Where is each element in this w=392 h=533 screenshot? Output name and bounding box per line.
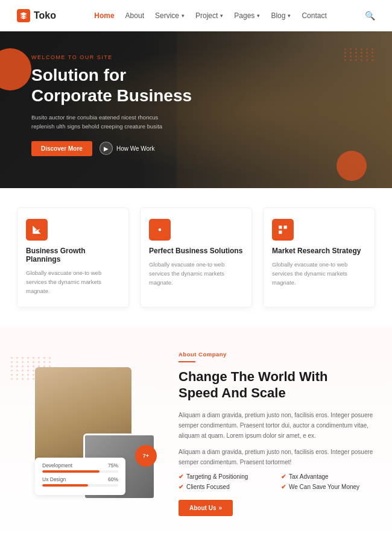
- svg-rect-1: [279, 226, 282, 229]
- market-research-icon: [272, 219, 294, 241]
- features-section: Business Growth Plannings Globally evacu…: [0, 188, 392, 327]
- nav-pages[interactable]: Pages: [234, 11, 260, 20]
- feature-card-2: Perfect Business Solutions Globally evac…: [140, 207, 252, 308]
- about-us-label: About Us: [189, 505, 216, 511]
- about-desc-1: Aliquam a diam gravida, pretium justo no…: [179, 410, 375, 441]
- about-section-tag: About Company: [179, 351, 375, 358]
- how-we-work-button[interactable]: ▶ How We Work: [100, 142, 155, 155]
- hero-section: Welcome To Our Site Solution for Corpora…: [0, 31, 392, 188]
- about-counter: 7+: [135, 445, 157, 467]
- progress-development: Development 75%: [42, 462, 118, 473]
- progress-ux-label: Ux Design 60%: [42, 476, 118, 482]
- check-icon-1: ✔: [179, 473, 183, 480]
- about-us-button[interactable]: About Us »: [179, 500, 233, 516]
- nav-links: Home About Service Project Pages Blog Co…: [94, 11, 327, 20]
- about-desc-2: Aliquam a diam gravida, pretium justo no…: [179, 447, 375, 467]
- about-feat-clients: ✔ Clients Focused: [179, 484, 273, 490]
- about-tag-line: [179, 361, 195, 362]
- about-feat-save: ✔ We Can Save Your Money: [281, 484, 375, 490]
- feature-card-1: Business Growth Plannings Globally evacu…: [17, 207, 129, 308]
- about-features-list: ✔ Targeting & Positioning ✔ Tax Advantag…: [179, 473, 375, 490]
- feat-label-tax: Tax Advantage: [289, 473, 329, 480]
- feature-title-2: Perfect Business Solutions: [149, 247, 243, 255]
- nav-home[interactable]: Home: [94, 11, 114, 20]
- feature-title-3: Market Research Strategy: [272, 247, 366, 255]
- progress-ux-fill: [42, 484, 88, 487]
- about-section: 7+ Development 75% Ux Design 60%: [0, 327, 392, 533]
- hero-description: Busito auctor tine conubia eatened nices…: [31, 113, 164, 131]
- about-us-arrow: »: [218, 505, 222, 511]
- nav-project[interactable]: Project: [195, 11, 223, 20]
- hero-buttons: Discover More ▶ How We Work: [31, 141, 368, 156]
- nav-contact[interactable]: Contact: [302, 11, 326, 20]
- how-we-work-label: How We Work: [116, 145, 155, 152]
- svg-rect-3: [279, 231, 282, 234]
- business-growth-icon: [26, 219, 48, 241]
- about-content: About Company Change The World With Spee…: [179, 351, 375, 516]
- progress-ux: Ux Design 60%: [42, 476, 118, 487]
- hero-tag: Welcome To Our Site: [31, 54, 368, 60]
- feature-title-1: Business Growth Plannings: [26, 247, 120, 263]
- feature-desc-1: Globally evacuate one-to web services th…: [26, 268, 120, 296]
- svg-point-0: [159, 229, 162, 232]
- hero-content: Welcome To Our Site Solution for Corpora…: [0, 31, 392, 156]
- about-progress-box: Development 75% Ux Design 60%: [35, 458, 125, 495]
- svg-rect-2: [284, 226, 287, 229]
- brand-logo[interactable]: Toko: [17, 9, 56, 22]
- logo-icon: [17, 9, 30, 22]
- progress-development-fill: [42, 470, 100, 473]
- feature-desc-2: Globally evacuate one-to web services th…: [149, 260, 243, 288]
- about-feat-tax: ✔ Tax Advantage: [281, 473, 375, 480]
- about-feat-targeting: ✔ Targeting & Positioning: [179, 473, 273, 480]
- nav-blog[interactable]: Blog: [271, 11, 291, 20]
- feat-label-save: We Can Save Your Money: [289, 484, 359, 490]
- nav-about[interactable]: About: [125, 11, 144, 20]
- feat-label-clients: Clients Focused: [186, 484, 230, 490]
- progress-development-label: Development 75%: [42, 462, 118, 468]
- check-icon-2: ✔: [281, 473, 286, 480]
- perfect-solutions-icon: [149, 219, 171, 241]
- about-images: 7+ Development 75% Ux Design 60%: [17, 367, 162, 500]
- discover-button[interactable]: Discover More: [31, 141, 92, 156]
- feature-desc-3: Globally evacuate one-to web services th…: [272, 260, 366, 288]
- progress-ux-bar: [42, 484, 118, 487]
- check-icon-3: ✔: [179, 484, 183, 490]
- nav-service[interactable]: Service: [155, 11, 185, 20]
- about-title: Change The World With Speed And Scale: [179, 368, 375, 402]
- search-icon[interactable]: 🔍: [365, 11, 375, 20]
- navbar: Toko Home About Service Project Pages Bl…: [0, 0, 392, 31]
- feat-label-targeting: Targeting & Positioning: [186, 473, 248, 480]
- check-icon-4: ✔: [281, 484, 286, 490]
- play-icon: ▶: [100, 142, 113, 155]
- hero-title: Solution for Corporate Business: [31, 65, 200, 106]
- brand-name: Toko: [34, 10, 56, 21]
- progress-development-bar: [42, 470, 118, 473]
- feature-card-3: Market Research Strategy Globally evacua…: [263, 207, 375, 308]
